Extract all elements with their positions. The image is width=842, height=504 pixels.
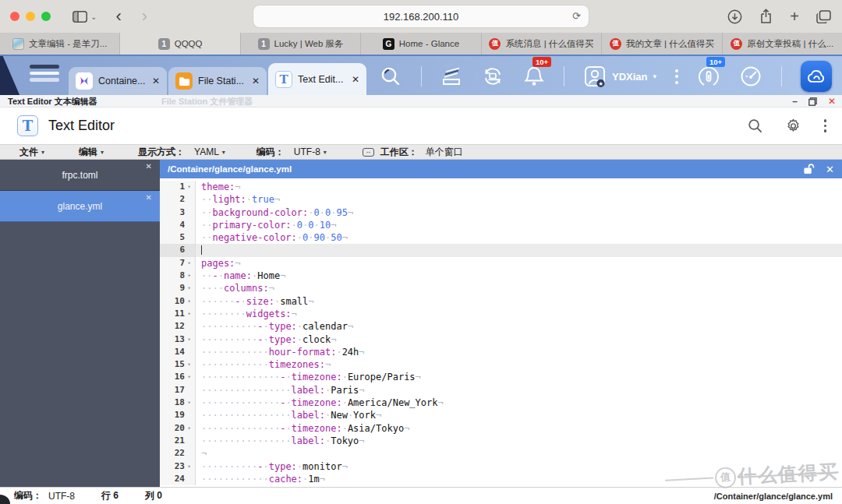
close-icon[interactable]: ✕	[252, 76, 260, 86]
unlock-icon[interactable]	[803, 164, 815, 174]
line-number-gutter[interactable]: 23▾	[160, 460, 196, 473]
code-line[interactable]: 5 ··negative-color:·0·90·50¬	[160, 231, 842, 244]
close-icon[interactable]: ✕	[152, 76, 160, 86]
code-line[interactable]: 24 ············cache:·1m¬	[160, 473, 842, 485]
menu-file[interactable]: 文件 ▾	[19, 146, 44, 159]
line-number-gutter[interactable]: 20▾	[160, 422, 196, 435]
code-line[interactable]: 12 ··········-·type:·calendar¬	[160, 320, 842, 333]
share-icon[interactable]	[759, 9, 773, 24]
tab-overview-icon[interactable]	[816, 10, 831, 23]
line-number-gutter[interactable]: 11▾	[160, 308, 196, 320]
browser-tab-smzdm-submit[interactable]: 值 原创文章投稿 | 什么...	[723, 33, 842, 55]
line-number-gutter[interactable]: 6	[160, 244, 196, 256]
speedometer-icon[interactable]	[739, 65, 762, 88]
code-line[interactable]: 15▾ ············timezones:¬	[160, 358, 842, 371]
code-line[interactable]: 14 ············hour-format:·24h¬	[160, 346, 842, 358]
line-number-gutter[interactable]: 2	[160, 193, 196, 206]
browser-tab-lucky[interactable]: 1 Lucky | Web 服务	[241, 33, 361, 55]
code-line[interactable]: 23▾ ··········-·type:·monitor¬	[160, 460, 842, 473]
close-icon[interactable]: ✕	[146, 193, 152, 202]
code-line[interactable]: 2 ··light:·true¬	[160, 193, 842, 206]
code-editor[interactable]: 1▾ theme:¬ 2 ··light:·true¬ 3 ··backgrou…	[160, 178, 842, 487]
code-line[interactable]: 19 ················label:·New·York¬	[160, 409, 842, 421]
line-number-gutter[interactable]: 13▾	[160, 333, 196, 346]
user-menu[interactable]: ★ YDXian ▾	[583, 65, 656, 88]
gear-icon[interactable]	[786, 118, 801, 133]
resource-monitor-icon[interactable]: 10+	[697, 65, 720, 88]
more-options-icon[interactable]	[675, 69, 678, 84]
main-menu-button[interactable]	[30, 65, 59, 82]
app-tab-text-editor[interactable]: T Text Edit... ✕	[268, 63, 366, 95]
global-search-icon[interactable]	[379, 65, 402, 88]
line-number-gutter[interactable]: 4	[160, 219, 196, 231]
downloads-icon[interactable]	[727, 9, 742, 24]
code-line[interactable]: 20▾ ··············-·timezone:·Asia/Tokyo…	[160, 422, 842, 435]
sync-icon[interactable]	[481, 65, 504, 88]
menu-encoding[interactable]: 编码： UTF-8 ▾	[256, 146, 327, 159]
browser-tab-smzdm-articles[interactable]: 值 我的文章 | 什么值得买	[602, 33, 722, 55]
code-line[interactable]: 21 ················label:·Tokyo¬	[160, 435, 842, 447]
line-number-gutter[interactable]: 14	[160, 346, 196, 358]
sidebar-chevron-icon[interactable]: ⌄	[90, 12, 97, 21]
address-bar[interactable]: 192.168.200.110 ⟳	[253, 5, 589, 27]
code-line[interactable]: 13▾ ··········-·type:·clock¬	[160, 333, 842, 346]
code-line[interactable]: 22 ¬	[160, 447, 842, 460]
reload-icon[interactable]: ⟳	[572, 10, 581, 22]
minimize-window-icon[interactable]	[26, 12, 35, 21]
line-number-gutter[interactable]: 7▾	[160, 257, 196, 270]
code-line[interactable]: 3 ··background-color:·0·0·95¬	[160, 206, 842, 219]
app-tab-file-station[interactable]: File Stati... ✕	[168, 67, 267, 95]
minimize-icon[interactable]: –	[792, 95, 798, 107]
close-icon[interactable]: ✕	[828, 95, 836, 107]
browser-tab-smzdm-messages[interactable]: 值 系统消息 | 什么值得买	[482, 33, 602, 55]
line-number-gutter[interactable]: 5	[160, 231, 196, 244]
line-number-gutter[interactable]: 16▾	[160, 371, 196, 383]
close-icon[interactable]: ✕	[146, 162, 152, 171]
line-number-gutter[interactable]: 21	[160, 435, 196, 447]
new-tab-icon[interactable]: +	[790, 8, 799, 26]
line-number-gutter[interactable]: 19	[160, 409, 196, 421]
myqnapcloud-button[interactable]	[801, 61, 832, 92]
browser-tab-article-edit[interactable]: 文章编辑 - 是羊刀...	[0, 33, 120, 55]
sidebar-file-glance[interactable]: glance.yml ✕	[0, 191, 160, 222]
line-number-gutter[interactable]: 10▾	[160, 295, 196, 308]
code-line[interactable]: 8▾ ··-·name:·Home¬	[160, 270, 842, 282]
code-line[interactable]: 16▾ ··············-·timezone:·Europe/Par…	[160, 371, 842, 383]
code-line[interactable]: 6	[160, 244, 842, 256]
line-number-gutter[interactable]: 8▾	[160, 270, 196, 282]
line-number-gutter[interactable]: 15▾	[160, 358, 196, 371]
sidebar-toggle-icon[interactable]	[73, 11, 87, 23]
code-line[interactable]: 1▾ theme:¬	[160, 181, 842, 193]
code-line[interactable]: 11▾ ········widgets:¬	[160, 308, 842, 320]
line-number-gutter[interactable]: 24	[160, 473, 196, 485]
code-line[interactable]: 7▾ pages:¬	[160, 257, 842, 270]
search-icon[interactable]	[748, 118, 762, 133]
line-number-gutter[interactable]: 22	[160, 447, 196, 460]
close-window-icon[interactable]	[10, 12, 19, 21]
line-number-gutter[interactable]: 1▾	[160, 181, 196, 193]
code-line[interactable]: 4 ··primary-color:·0·0·10¬	[160, 219, 842, 231]
close-icon[interactable]: ✕	[352, 74, 359, 85]
code-line[interactable]: 18▾ ··············-·timezone:·America/Ne…	[160, 397, 842, 409]
back-icon[interactable]: ‹	[115, 6, 121, 26]
line-number-gutter[interactable]: 12	[160, 320, 196, 333]
menu-workspace[interactable]: ↔ 工作区： 单个窗口	[363, 146, 463, 159]
close-icon[interactable]: ✕	[826, 164, 834, 175]
zoom-window-icon[interactable]	[41, 12, 51, 21]
menu-display-mode[interactable]: 显示方式： YAML ▾	[138, 146, 225, 159]
forward-icon[interactable]: ›	[142, 6, 147, 26]
menu-edit[interactable]: 编辑 ▾	[79, 146, 104, 159]
line-number-gutter[interactable]: 18▾	[160, 397, 196, 409]
browser-tab-qqqq[interactable]: 1 QQQQ	[120, 33, 240, 55]
browser-tab-glance[interactable]: G Home - Glance	[361, 33, 481, 55]
notifications-bell-icon[interactable]: 10+	[523, 65, 545, 88]
more-menu-icon[interactable]	[824, 119, 827, 132]
app-tab-container-station[interactable]: Containe... ✕	[69, 67, 167, 95]
maximize-icon[interactable]	[808, 97, 817, 106]
code-line[interactable]: 17 ················label:·Paris¬	[160, 384, 842, 397]
line-number-gutter[interactable]: 3	[160, 206, 196, 219]
line-number-gutter[interactable]: 17	[160, 384, 196, 397]
window-titlebar[interactable]: Text Editor 文本编辑器 File Station 文件管理器 – ✕	[0, 95, 842, 107]
sidebar-file-frpc[interactable]: frpc.toml ✕	[0, 160, 160, 191]
code-line[interactable]: 9▾ ····columns:¬	[160, 282, 842, 294]
